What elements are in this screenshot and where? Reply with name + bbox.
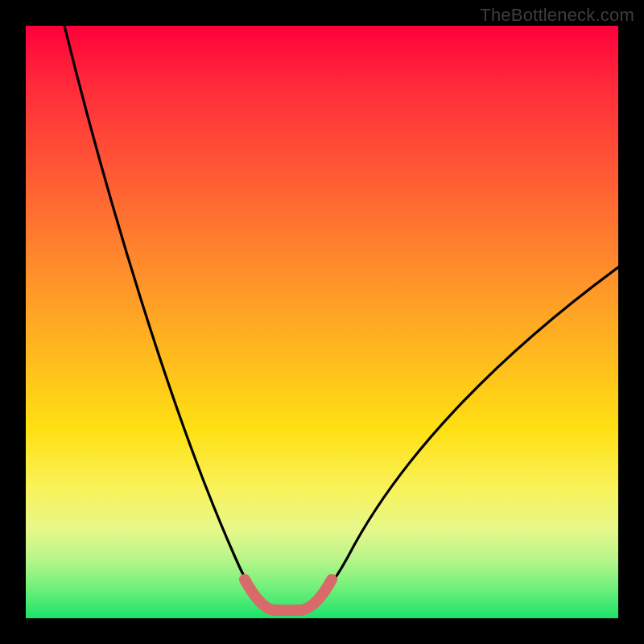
bottleneck-curve-svg [26,26,618,618]
watermark-text: TheBottleneck.com [480,5,634,26]
chart-frame: TheBottleneck.com [0,0,644,644]
plot-area [26,26,618,618]
optimal-range-highlight [245,580,332,610]
bottleneck-curve [64,26,618,609]
